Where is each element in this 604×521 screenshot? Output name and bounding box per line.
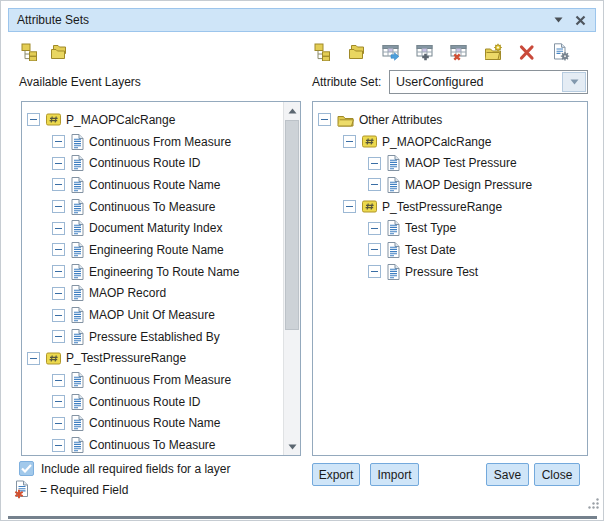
save-button[interactable]: Save [486, 463, 529, 486]
collapse-toggle[interactable] [52, 439, 65, 452]
collapse-toggle[interactable] [52, 330, 65, 343]
tree-item[interactable]: Continuous To Measure [22, 434, 283, 455]
collapse-toggle[interactable] [52, 309, 65, 322]
collapse-toggle[interactable] [52, 178, 65, 191]
tree-item[interactable]: MAOP Test Pressure [313, 152, 587, 174]
include-required-fields-checkbox[interactable] [19, 461, 34, 476]
field-icon [71, 220, 84, 236]
tree-item[interactable]: Continuous From Measure [22, 369, 283, 391]
resize-grip[interactable] [587, 496, 600, 514]
tree-item[interactable]: P_MAOPCalcRange [313, 131, 587, 153]
attribute-set-dropdown-button[interactable] [562, 72, 586, 92]
dialog-titlebar[interactable]: Attribute Sets [8, 8, 596, 32]
tree-item[interactable]: Test Type [313, 217, 587, 239]
scroll-down-button[interactable] [284, 438, 300, 455]
tree-item[interactable]: P_TestPressureRange [313, 196, 587, 218]
collapse-toggle[interactable] [52, 265, 65, 278]
tree-item-label: P_TestPressureRange [382, 200, 502, 214]
resize-grip-icon [587, 497, 600, 510]
tree-item-label: Engineering Route Name [89, 243, 224, 257]
expand-attributes-button[interactable] [314, 44, 332, 63]
minus-icon [346, 141, 353, 142]
titlebar-menu-button[interactable] [554, 17, 563, 23]
new-attribute-set-button[interactable] [484, 44, 502, 63]
collapse-toggle[interactable] [368, 222, 381, 235]
expand-event-layers-button[interactable] [21, 44, 39, 63]
scroll-up-icon [288, 108, 297, 114]
collapse-toggle[interactable] [52, 157, 65, 170]
collapse-toggle[interactable] [52, 287, 65, 300]
collapse-toggle[interactable] [368, 157, 381, 170]
tree-item[interactable]: Continuous Route Name [22, 174, 283, 196]
tree-item-label: Other Attributes [359, 113, 442, 127]
tree-item[interactable]: Pressure Test [313, 261, 587, 283]
minus-icon [55, 380, 62, 381]
export-button[interactable]: Export [312, 463, 360, 486]
tree-item[interactable]: Continuous To Measure [22, 196, 283, 218]
vertical-scrollbar[interactable] [283, 102, 300, 455]
delete-attribute-set-button[interactable] [518, 44, 536, 63]
remove-attribute-table-button[interactable] [450, 44, 468, 63]
tree-item[interactable]: Test Date [313, 239, 587, 261]
new-attribute-table-button[interactable] [416, 44, 434, 63]
configure-attribute-set-button[interactable] [552, 44, 570, 63]
tree-item[interactable]: Continuous Route Name [22, 413, 283, 435]
collapse-toggle[interactable] [52, 200, 65, 213]
tree-item[interactable]: MAOP Record [22, 283, 283, 305]
tree-item-label: Continuous From Measure [89, 373, 231, 387]
close-dialog-button[interactable] [575, 15, 586, 26]
tree-item[interactable]: P_MAOPCalcRange [22, 109, 283, 131]
tree-item[interactable]: P_TestPressureRange [22, 348, 283, 370]
tree-item[interactable]: Continuous Route ID [22, 152, 283, 174]
collapse-toggle[interactable] [368, 243, 381, 256]
collapse-toggle[interactable] [52, 417, 65, 430]
event-layer-icon [362, 134, 377, 149]
collapse-toggle[interactable] [343, 135, 356, 148]
collapse-toggle[interactable] [368, 178, 381, 191]
close-button[interactable]: Close [534, 463, 580, 486]
collapse-toggle[interactable] [343, 200, 356, 213]
minus-icon [55, 423, 62, 424]
add-field-to-set-button[interactable] [382, 44, 400, 63]
attribute-set-combobox[interactable]: UserConfigured [389, 70, 588, 94]
tree-item[interactable]: Continuous Route ID [22, 391, 283, 413]
collapse-toggle[interactable] [27, 352, 40, 365]
tree-item[interactable]: Engineering Route Name [22, 239, 283, 261]
collapse-toggle[interactable] [52, 374, 65, 387]
scroll-down-icon [288, 444, 297, 450]
tree-item[interactable]: Other Attributes [313, 109, 587, 131]
collapse-attributes-button[interactable] [348, 44, 366, 63]
collapse-toggle[interactable] [52, 395, 65, 408]
tree-item[interactable]: MAOP Unit Of Measure [22, 304, 283, 326]
field-icon [71, 415, 84, 431]
tree-item[interactable]: Document Maturity Index [22, 217, 283, 239]
minus-icon [55, 271, 62, 272]
minus-icon [30, 358, 37, 359]
table-x-icon [450, 43, 468, 65]
tree-item[interactable]: Engineering To Route Name [22, 261, 283, 283]
scrollbar-thumb[interactable] [285, 120, 299, 330]
attribute-set-toolbar [314, 44, 570, 63]
scroll-up-button[interactable] [284, 102, 300, 119]
tree-item[interactable]: Continuous From Measure [22, 131, 283, 153]
dialog-title: Attribute Sets [17, 13, 89, 27]
minus-icon [55, 249, 62, 250]
tree-item[interactable]: Pressure Established By [22, 326, 283, 348]
folders-icon [50, 43, 68, 65]
tree-item-label: Continuous Route Name [89, 416, 220, 430]
import-button[interactable]: Import [370, 463, 419, 486]
collapse-toggle[interactable] [27, 113, 40, 126]
collapse-toggle[interactable] [52, 243, 65, 256]
folders-icon [348, 43, 366, 65]
tree-item-label: MAOP Test Pressure [405, 156, 517, 170]
collapse-event-layers-button[interactable] [50, 44, 68, 63]
collapse-toggle[interactable] [52, 135, 65, 148]
collapse-toggle[interactable] [368, 265, 381, 278]
collapse-toggle[interactable] [318, 113, 331, 126]
collapse-toggle[interactable] [52, 222, 65, 235]
attribute-set-value: UserConfigured [396, 75, 484, 89]
minus-icon [371, 249, 378, 250]
required-field-legend-label: = Required Field [40, 483, 128, 497]
field-icon [71, 285, 84, 301]
tree-item[interactable]: MAOP Design Pressure [313, 174, 587, 196]
